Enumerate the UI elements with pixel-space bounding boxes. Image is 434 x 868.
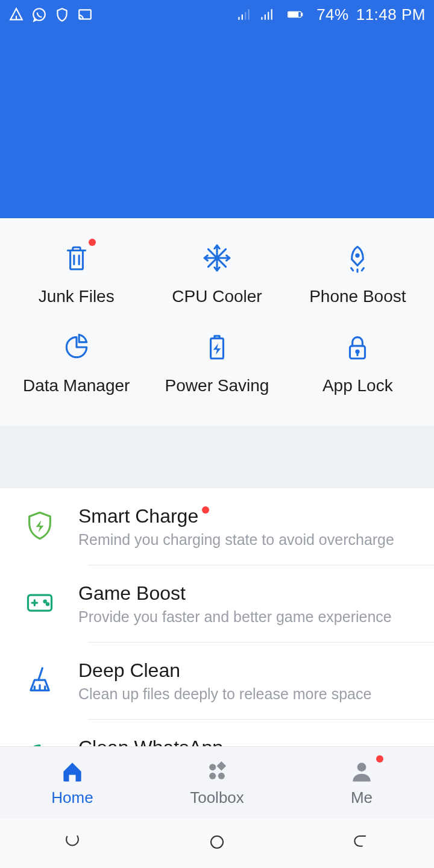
tab-label: Toolbox: [190, 788, 244, 807]
shield-bolt-icon: [22, 508, 58, 544]
tool-label: Phone Boost: [309, 287, 406, 306]
svg-point-17: [211, 836, 223, 848]
svg-point-14: [209, 773, 216, 779]
clock: 11:48 PM: [356, 5, 426, 24]
home-icon: [59, 758, 86, 785]
gamepad-icon: [22, 585, 58, 621]
svg-point-12: [209, 764, 216, 770]
tool-power-saving[interactable]: Power Saving: [146, 330, 287, 395]
battery-bolt-icon: [200, 330, 234, 364]
tool-label: Power Saving: [165, 376, 269, 395]
feature-smart-charge[interactable]: Smart Charge Remind you charging state t…: [22, 488, 434, 565]
tool-junk-files[interactable]: Junk Files: [6, 241, 146, 306]
svg-point-10: [44, 600, 46, 602]
signal-strong-icon: [259, 7, 274, 22]
notification-dot: [376, 755, 383, 763]
tab-toolbox[interactable]: Toolbox: [145, 747, 289, 819]
feature-list: Smart Charge Remind you charging state t…: [0, 488, 434, 775]
notif-triangle-icon: [8, 7, 24, 22]
svg-rect-13: [217, 761, 227, 771]
svg-point-16: [357, 763, 366, 772]
cast-icon: [77, 7, 93, 22]
svg-point-11: [46, 603, 48, 605]
feature-subtitle: Provide you faster and better game exper…: [78, 608, 420, 626]
trash-icon: [60, 241, 93, 275]
tab-label: Me: [351, 788, 373, 807]
feature-deep-clean[interactable]: Deep Clean Clean up files deeply to rele…: [22, 643, 434, 720]
svg-rect-1: [79, 10, 91, 19]
status-bar: 74% 11:48 PM: [0, 0, 434, 29]
tool-label: CPU Cooler: [172, 287, 262, 306]
shield-outline-icon: [54, 7, 70, 22]
apps-icon: [204, 758, 230, 785]
tool-data-manager[interactable]: Data Manager: [6, 330, 146, 395]
feature-title: Game Boost: [78, 582, 420, 605]
home-button[interactable]: [205, 830, 229, 857]
snowflake-icon: [200, 241, 234, 275]
tool-label: App Lock: [322, 376, 393, 395]
person-icon: [348, 758, 375, 785]
battery-percent: 74%: [316, 5, 349, 24]
android-nav-bar: [0, 819, 434, 868]
tool-cpu-cooler[interactable]: CPU Cooler: [146, 241, 287, 306]
back-button[interactable]: [350, 830, 374, 857]
feature-subtitle: Clean up files deeply to release more sp…: [78, 685, 420, 703]
tab-home[interactable]: Home: [0, 747, 145, 819]
tab-me[interactable]: Me: [289, 747, 434, 819]
feature-subtitle: Remind you charging state to avoid overc…: [78, 531, 420, 549]
feature-game-boost[interactable]: Game Boost Provide you faster and better…: [22, 565, 434, 643]
recent-apps-button[interactable]: [60, 830, 84, 857]
tool-label: Data Manager: [23, 376, 130, 395]
tools-grid: Junk Files CPU Cooler Phone Boost Data M…: [0, 218, 434, 426]
battery-icon: [281, 7, 309, 22]
signal-weak-icon: [236, 7, 251, 22]
broom-icon: [22, 662, 58, 698]
hero-header: [0, 0, 434, 246]
tool-label: Junk Files: [39, 287, 115, 306]
pie-chart-icon: [60, 330, 93, 364]
svg-rect-3: [301, 13, 303, 16]
feature-title: Smart Charge: [78, 505, 420, 527]
tool-app-lock[interactable]: App Lock: [288, 330, 428, 395]
notification-dot: [202, 506, 209, 514]
tool-phone-boost[interactable]: Phone Boost: [288, 241, 428, 306]
lock-icon: [341, 330, 374, 364]
feature-title: Deep Clean: [78, 659, 420, 682]
svg-point-5: [356, 254, 359, 257]
tab-label: Home: [51, 788, 93, 807]
notification-dot: [89, 239, 96, 246]
svg-point-15: [218, 773, 225, 779]
whatsapp-icon: [31, 7, 47, 22]
svg-rect-4: [289, 13, 298, 17]
bottom-tabs: Home Toolbox Me: [0, 746, 434, 819]
rocket-icon: [341, 241, 374, 275]
